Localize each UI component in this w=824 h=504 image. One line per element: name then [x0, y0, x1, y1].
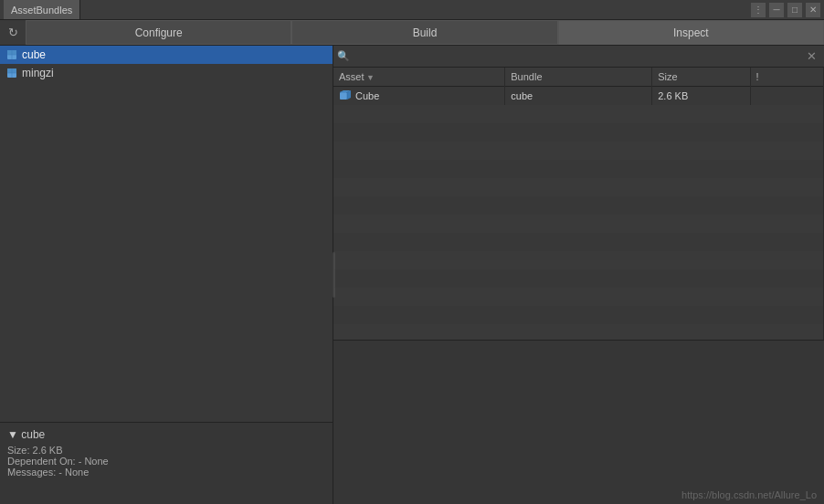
tab-build[interactable]: Build: [291, 20, 557, 45]
empty-row: [333, 251, 824, 269]
col-header-extra[interactable]: !: [750, 68, 824, 87]
refresh-button[interactable]: ↻: [0, 20, 26, 45]
search-clear-button[interactable]: ✕: [803, 49, 820, 63]
info-messages: Messages: - None: [7, 467, 325, 478]
title-bar-label: AssetBundles: [4, 0, 80, 19]
table-row[interactable]: Cube cube 2.6 KB: [333, 87, 824, 105]
empty-row: [333, 233, 824, 251]
tab-inspect[interactable]: Inspect: [558, 20, 824, 45]
empty-row: [333, 196, 824, 215]
empty-row: [333, 288, 824, 306]
minimize-button[interactable]: ─: [769, 3, 784, 17]
table-header-row: Asset Bundle Size !: [333, 68, 824, 87]
menu-button[interactable]: ⋮: [751, 3, 766, 17]
bundle-icon-mingzi: [5, 67, 18, 79]
empty-row: [333, 269, 824, 288]
asset-size-cell: 2.6 KB: [652, 87, 750, 105]
empty-row: [333, 123, 824, 142]
empty-row: [333, 105, 824, 123]
empty-row: [333, 178, 824, 196]
asset-cube-icon: [339, 89, 352, 102]
tab-bar: ↻ Configure Build Inspect: [0, 20, 824, 46]
empty-row: [333, 215, 824, 233]
title-bar: AssetBundles ⋮ ─ □ ✕: [0, 0, 824, 20]
info-size: Size: 2.6 KB: [7, 445, 325, 456]
close-button[interactable]: ✕: [806, 3, 820, 17]
search-icon: 🔍: [337, 50, 350, 62]
bundle-label-mingzi: mingzi: [22, 67, 54, 79]
empty-row: [333, 142, 824, 160]
right-panel: 🔍 ✕ Asset Bundle Size !: [333, 46, 824, 504]
asset-table: Asset Bundle Size !: [333, 68, 824, 340]
asset-bundle-cell: cube: [505, 87, 652, 105]
col-header-size[interactable]: Size: [652, 68, 750, 87]
bundle-icon-cube: [5, 48, 18, 61]
bundle-item-cube[interactable]: cube: [0, 46, 333, 64]
asset-extra-cell: [750, 87, 824, 105]
bundle-list: cube mingzi: [0, 46, 333, 422]
info-panel: ▼ cube Size: 2.6 KB Dependent On: - None…: [0, 422, 333, 504]
maximize-button[interactable]: □: [787, 3, 802, 17]
asset-table-container: Asset Bundle Size !: [333, 68, 824, 340]
bundle-label-cube: cube: [22, 48, 46, 61]
empty-row: [333, 324, 824, 341]
watermark: https://blog.csdn.net/Allure_Lo: [681, 489, 817, 500]
empty-row: [333, 306, 824, 324]
info-title: ▼ cube: [7, 428, 325, 441]
main-layout: cube mingzi ▼ cube Size: 2.6 KB Dependen…: [0, 46, 824, 504]
tab-configure[interactable]: Configure: [26, 20, 291, 45]
bundle-item-mingzi[interactable]: mingzi: [0, 64, 333, 82]
col-header-bundle[interactable]: Bundle: [505, 68, 652, 87]
empty-row: [333, 160, 824, 178]
search-bar: 🔍 ✕: [333, 46, 824, 68]
bottom-panel: [333, 340, 824, 504]
search-input[interactable]: [354, 51, 803, 62]
title-bar-controls: ⋮ ─ □ ✕: [751, 3, 820, 17]
info-dependent: Dependent On: - None: [7, 456, 325, 467]
left-panel: cube mingzi ▼ cube Size: 2.6 KB Dependen…: [0, 46, 333, 504]
asset-name-cell: Cube: [333, 87, 505, 105]
col-header-asset[interactable]: Asset: [333, 68, 505, 87]
svg-rect-8: [340, 92, 347, 100]
